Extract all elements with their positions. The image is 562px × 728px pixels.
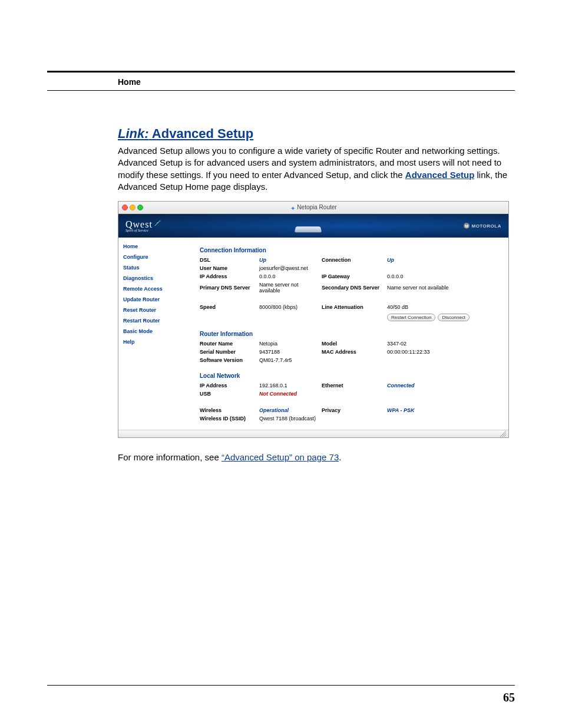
footer-text-2: . [339, 452, 341, 462]
ethernet-value: Connected [387, 383, 501, 388]
speed-value: 8000/800 (kbps) [259, 304, 318, 310]
software-label: Software Version [200, 357, 256, 363]
model-label: Model [322, 341, 384, 347]
router-name-label: Router Name [200, 341, 256, 347]
intro-paragraph: Advanced Setup allows you to configure a… [118, 145, 509, 193]
wireless-label: Wireless [200, 407, 256, 413]
nav-basic-mode[interactable]: Basic Mode [123, 328, 188, 334]
mac-value: 00:00:00:11:22:33 [387, 349, 501, 355]
serial-value: 9437188 [259, 349, 318, 355]
window-title: Netopia Router [297, 204, 336, 210]
disconnect-button[interactable]: Disconnect [438, 314, 470, 321]
pdns-value: Name server not available [259, 282, 318, 294]
sdns-label: Secondary DNS Server [322, 285, 384, 291]
software-value: QM01-7.7.4r5 [259, 357, 501, 363]
connection-label: Connection [322, 257, 384, 263]
favicon-icon: ✦ [290, 205, 296, 211]
nav-reset-router[interactable]: Reset Router [123, 307, 188, 313]
restart-connection-button[interactable]: Restart Connection [387, 314, 435, 321]
nav-home[interactable]: Home [123, 243, 188, 249]
model-value: 3347-02 [387, 341, 501, 347]
privacy-value: WPA - PSK [387, 407, 501, 413]
header-section: Home [118, 77, 141, 87]
ip-label: IP Address [200, 274, 256, 279]
mac-label: MAC Address [322, 349, 384, 355]
nav-configure[interactable]: Configure [123, 254, 188, 260]
resize-grip-icon[interactable] [500, 431, 506, 437]
local-ip-label: IP Address [200, 383, 256, 388]
attenuation-value: 40/50 dB [387, 304, 501, 310]
nav-help[interactable]: Help [123, 339, 188, 345]
local-network-title: Local Network [200, 373, 501, 379]
dsl-label: DSL [200, 257, 256, 263]
username-label: User Name [200, 265, 256, 271]
ssid-value: Qwest 7188 (broadcast) [259, 416, 501, 421]
connection-info-title: Connection Information [200, 247, 501, 253]
nav-update-router[interactable]: Update Router [123, 297, 188, 302]
ssid-label: Wireless ID (SSID) [200, 416, 256, 421]
router-name-value: Netopia [259, 341, 318, 347]
motorola-icon: M [464, 223, 470, 229]
wireless-value: Operational [259, 407, 318, 413]
gateway-value: 0.0.0.0 [387, 274, 501, 279]
section-heading: Link: Advanced Setup [118, 126, 509, 141]
pdns-label: Primary DNS Server [200, 285, 256, 291]
heading-prefix: Link: [118, 126, 149, 141]
advanced-setup-link[interactable]: Advanced Setup [405, 170, 475, 180]
footer-text-1: For more information, see [118, 452, 222, 462]
sidebar-nav: Home Configure Status Diagnostics Remote… [118, 238, 193, 430]
motorola-text: MOTOROLA [471, 223, 501, 229]
dsl-value: Up [259, 257, 318, 263]
nav-status[interactable]: Status [123, 265, 188, 271]
qwest-logo: Qwest⟋ Spirit of Service [125, 219, 153, 232]
banner: Qwest⟋ Spirit of Service M MOTOROLA [118, 214, 508, 238]
main-panel: Connection Information DSL Up Connection… [193, 238, 508, 430]
nav-remote-access[interactable]: Remote Access [123, 286, 188, 292]
footer-paragraph: For more information, see “Advanced Setu… [118, 452, 509, 462]
qwest-logo-text: Qwest [125, 219, 153, 229]
qwest-swoosh-icon: ⟋ [152, 217, 163, 229]
attenuation-label: Line Attenuation [322, 304, 384, 310]
window-statusbar [118, 430, 508, 437]
router-screenshot: ✦Netopia Router Qwest⟋ Spirit of Service… [118, 201, 509, 438]
username-value: joesurfer@qwest.net [259, 265, 501, 271]
usb-value: Not Connected [259, 391, 501, 397]
heading-main: Advanced Setup [152, 126, 253, 141]
ethernet-label: Ethernet [322, 383, 384, 388]
connection-value: Up [387, 257, 501, 263]
usb-label: USB [200, 391, 256, 397]
router-image [290, 218, 326, 234]
page-number: 65 [503, 691, 515, 704]
nav-restart-router[interactable]: Restart Router [123, 318, 188, 324]
gateway-label: IP Gateway [322, 274, 384, 279]
serial-label: Serial Number [200, 349, 256, 355]
ip-value: 0.0.0.0 [259, 274, 318, 279]
sdns-value: Name server not available [387, 285, 501, 291]
advanced-setup-xref-link[interactable]: “Advanced Setup” on page 73 [222, 452, 339, 462]
motorola-logo: M MOTOROLA [464, 223, 501, 229]
privacy-label: Privacy [322, 407, 384, 413]
window-titlebar: ✦Netopia Router [118, 202, 508, 214]
nav-diagnostics[interactable]: Diagnostics [123, 275, 188, 281]
speed-label: Speed [200, 304, 256, 310]
local-ip-value: 192.168.0.1 [259, 383, 318, 388]
router-info-title: Router Information [200, 331, 501, 337]
